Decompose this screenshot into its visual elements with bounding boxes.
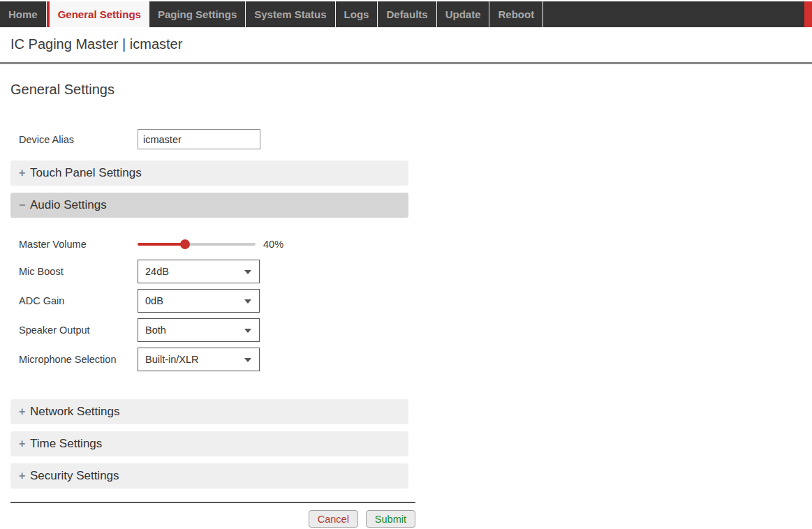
plus-icon: + (19, 438, 30, 450)
mic-boost-row: Mic Boost 24dB (10, 260, 812, 283)
adc-gain-value: 0dB (145, 295, 163, 306)
audio-settings-panel: Master Volume 40% Mic Boost 24dB ADC Gai… (10, 234, 812, 371)
device-alias-input[interactable] (138, 129, 260, 149)
top-navbar: Home General Settings Paging Settings Sy… (0, 1, 812, 27)
mic-boost-value: 24dB (145, 266, 169, 277)
plus-icon: + (19, 405, 30, 418)
device-alias-row: Device Alias (10, 129, 812, 149)
master-volume-row: Master Volume 40% (10, 234, 812, 254)
tab-update[interactable]: Update (437, 1, 490, 27)
adc-gain-row: ADC Gain 0dB (10, 289, 812, 313)
section-audio-settings[interactable]: − Audio Settings (10, 193, 408, 218)
speaker-output-label: Speaker Output (19, 325, 138, 336)
chevron-down-icon (244, 270, 251, 274)
page-header: IC Paging Master | icmaster (0, 27, 812, 62)
minus-icon: − (19, 199, 30, 211)
speaker-output-row: Speaker Output Both (10, 318, 812, 342)
chevron-down-icon (244, 358, 251, 362)
slider-handle[interactable] (180, 239, 190, 249)
tab-defaults[interactable]: Defaults (378, 1, 436, 27)
tab-general-settings[interactable]: General Settings (47, 1, 149, 27)
tab-reboot[interactable]: Reboot (489, 1, 543, 27)
section-network-settings[interactable]: + Network Settings (10, 399, 408, 424)
submit-button[interactable]: Submit (366, 510, 415, 528)
section-time-settings[interactable]: + Time Settings (10, 431, 408, 456)
section-time-label: Time Settings (30, 437, 102, 451)
cancel-button[interactable]: Cancel (309, 510, 358, 528)
section-security-settings[interactable]: + Security Settings (10, 463, 408, 489)
mic-boost-select[interactable]: 24dB (138, 260, 260, 283)
adc-gain-select[interactable]: 0dB (138, 289, 260, 313)
tab-paging-settings[interactable]: Paging Settings (149, 1, 246, 27)
plus-icon: + (19, 167, 30, 179)
section-audio-label: Audio Settings (30, 198, 107, 212)
speaker-output-value: Both (145, 325, 166, 336)
master-volume-value: 40% (263, 239, 283, 250)
section-touch-panel-label: Touch Panel Settings (30, 166, 142, 180)
microphone-selection-select[interactable]: Built-in/XLR (138, 348, 260, 371)
mic-boost-label: Mic Boost (19, 266, 138, 277)
master-volume-label: Master Volume (19, 239, 138, 250)
chevron-down-icon (244, 299, 251, 304)
microphone-selection-value: Built-in/XLR (145, 354, 199, 365)
section-network-label: Network Settings (30, 405, 120, 419)
section-touch-panel-settings[interactable]: + Touch Panel Settings (10, 161, 408, 186)
adc-gain-label: ADC Gain (19, 295, 138, 306)
tab-system-status[interactable]: System Status (246, 1, 335, 27)
microphone-selection-label: Microphone Selection (19, 354, 138, 365)
device-alias-label: Device Alias (19, 134, 138, 145)
form-actions: Cancel Submit (10, 510, 415, 528)
slider-fill (138, 243, 185, 246)
slider-track[interactable] (138, 243, 256, 246)
nav-accent-block (804, 1, 812, 27)
plus-icon: + (19, 470, 30, 482)
section-heading: General Settings (10, 81, 812, 98)
section-security-label: Security Settings (30, 469, 119, 483)
footer-divider (10, 502, 415, 503)
chevron-down-icon (244, 329, 251, 333)
microphone-selection-row: Microphone Selection Built-in/XLR (10, 348, 812, 371)
master-volume-slider[interactable] (138, 239, 256, 249)
tab-logs[interactable]: Logs (336, 1, 378, 27)
main-content: General Settings Device Alias + Touch Pa… (0, 81, 812, 528)
speaker-output-select[interactable]: Both (138, 318, 260, 342)
title-divider (0, 62, 812, 64)
page-title: IC Paging Master | icmaster (10, 36, 802, 52)
tab-home[interactable]: Home (0, 1, 47, 27)
